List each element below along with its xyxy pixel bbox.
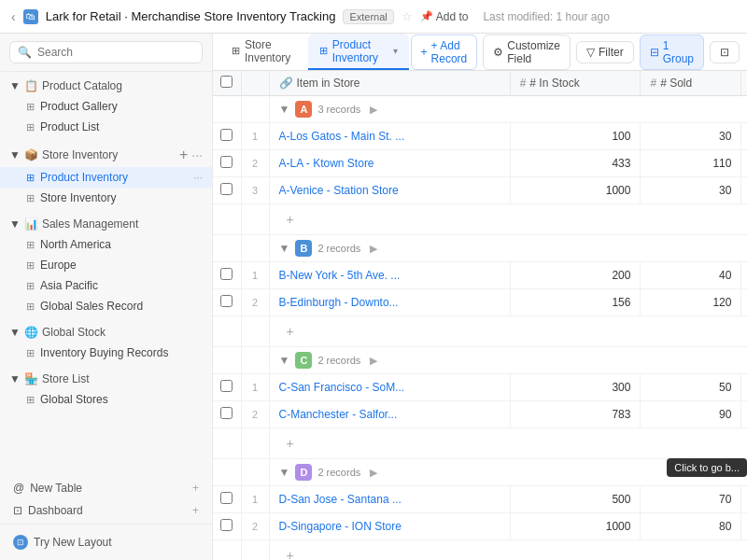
search-input[interactable] xyxy=(37,46,194,59)
tab-product-inventory[interactable]: ⊞ Product Inventory ▾ xyxy=(308,34,409,70)
sidebar-item-global-stores[interactable]: ⊞ Global Stores xyxy=(0,389,212,410)
row-checkbox-cell[interactable] xyxy=(213,513,241,540)
group-toggle[interactable]: ▼ xyxy=(279,242,290,255)
sidebar-item-store-inventory[interactable]: ⊞ Store Inventory xyxy=(0,188,212,208)
row-item-in-store[interactable]: A-Venice - Station Store xyxy=(269,177,510,204)
row-item-in-store[interactable]: D-Singapore - ION Store xyxy=(269,513,510,540)
sidebar-item-product-list[interactable]: ⊞ Product List xyxy=(0,117,212,137)
group-header-row: ▼ C 2 records ▶ xyxy=(213,347,747,374)
tab-store-inventory[interactable]: ⊞ Store Inventory xyxy=(220,34,306,70)
sidebar-group-sales-management[interactable]: ▼ 📊 Sales Management xyxy=(0,212,212,234)
group-button[interactable]: ⊟ 1 Group xyxy=(640,35,704,70)
filter-button[interactable]: ▽ Filter xyxy=(576,41,634,63)
sidebar-item-europe[interactable]: ⊞ Europe xyxy=(0,255,212,275)
row-checkbox[interactable] xyxy=(220,156,233,168)
group-toggle[interactable]: ▼ xyxy=(279,354,290,367)
sidebar-group-store-inventory[interactable]: ▼ 📦 Store Inventory + ··· xyxy=(0,141,212,167)
add-row-button[interactable]: + xyxy=(213,540,747,561)
row-in-stock: 300 xyxy=(510,374,641,401)
row-checkbox-cell[interactable] xyxy=(213,401,241,428)
add-row-icon[interactable]: + xyxy=(279,545,748,560)
dashboard-button[interactable]: ⊡ Dashboard + xyxy=(9,499,203,522)
row-item-in-store[interactable]: A-LA - Ktown Store xyxy=(269,150,510,177)
row-checkbox-cell[interactable] xyxy=(213,177,241,204)
sidebar-item-product-gallery[interactable]: ⊞ Product Gallery xyxy=(0,96,212,117)
back-icon[interactable]: ‹ xyxy=(11,9,16,24)
table-row[interactable]: 1 C-San Francisco - SoM... 300 50 250 C xyxy=(213,374,747,401)
sidebar-item-inventory-buying-records[interactable]: ⊞ Inventory Buying Records xyxy=(0,343,212,363)
row-item-in-store[interactable]: A-Los Gatos - Main St. ... xyxy=(269,123,510,150)
add-record-button[interactable]: + + Add Record xyxy=(411,35,478,70)
chevron-down-icon: ▼ xyxy=(9,372,21,385)
row-item-in-store[interactable]: C-Manchester - Salfor... xyxy=(269,401,510,428)
group-expand-icon[interactable]: ▶ xyxy=(370,243,377,255)
more-options-icon[interactable]: ··· xyxy=(191,147,203,162)
add-row-icon[interactable]: + xyxy=(279,433,748,454)
select-all-checkbox[interactable] xyxy=(220,76,233,88)
row-checkbox[interactable] xyxy=(220,492,233,504)
app-title: Lark for Retail · Merchandise Store Inve… xyxy=(46,9,336,23)
row-number: 1 xyxy=(241,123,269,150)
row-checkbox[interactable] xyxy=(220,407,233,419)
group-record-count: 2 records xyxy=(317,467,360,478)
sidebar-item-asia-pacific[interactable]: ⊞ Asia Pacific xyxy=(0,275,212,296)
table-row[interactable]: 3 A-Venice - Station Store 1000 30 970 A xyxy=(213,177,747,204)
row-checkbox[interactable] xyxy=(220,519,233,531)
row-item-in-store[interactable]: B-Edinburgh - Downto... xyxy=(269,289,510,316)
table-row[interactable]: 2 B-Edinburgh - Downto... 156 120 36 B xyxy=(213,289,747,316)
add-dashboard-icon[interactable]: + xyxy=(192,504,199,517)
add-to-group-button[interactable]: + xyxy=(179,147,188,163)
row-checkbox-cell[interactable] xyxy=(213,374,241,401)
group-header-row: ▼ B 2 records ▶ xyxy=(213,235,747,262)
sidebar-group-global-stock[interactable]: ▼ 🌐 Global Stock xyxy=(0,320,212,343)
group-toggle[interactable]: ▼ xyxy=(279,103,290,116)
table-row[interactable]: 2 D-Singapore - ION Store 1000 80 920 D xyxy=(213,513,747,540)
sidebar-group-product-catalog[interactable]: ▼ 📋 Product Catalog xyxy=(0,74,212,96)
add-table-icon[interactable]: + xyxy=(192,482,199,495)
checkbox-header[interactable] xyxy=(213,71,241,96)
table-row[interactable]: 1 B-New York - 5th Ave. ... 200 40 160 B xyxy=(213,262,747,289)
chevron-down-icon: ▼ xyxy=(9,326,21,339)
group-expand-icon[interactable]: ▶ xyxy=(370,355,377,367)
new-table-button[interactable]: @ New Table + xyxy=(9,477,203,499)
group-expand-icon[interactable]: ▶ xyxy=(370,104,377,116)
table-container: Click to go b... 🔗 Item in Store xyxy=(213,71,747,560)
layout-icon: ⊡ xyxy=(13,535,28,550)
add-row-button[interactable]: + xyxy=(213,204,747,235)
row-item-in-store[interactable]: C-San Francisco - SoM... xyxy=(269,374,510,401)
sidebar-item-north-america[interactable]: ⊞ North America xyxy=(0,234,212,255)
add-row-icon[interactable]: + xyxy=(279,209,748,230)
table-row[interactable]: 1 A-Los Gatos - Main St. ... 100 30 70 A xyxy=(213,123,747,150)
row-checkbox-cell[interactable] xyxy=(213,486,241,513)
row-checkbox-cell[interactable] xyxy=(213,262,241,289)
add-row-icon[interactable]: + xyxy=(279,321,748,342)
star-icon[interactable]: ☆ xyxy=(402,9,413,23)
row-item-in-store[interactable]: D-San Jose - Santana ... xyxy=(269,486,510,513)
row-checkbox[interactable] xyxy=(220,183,233,195)
sidebar-group-store-list[interactable]: ▼ 🏪 Store List xyxy=(0,367,212,389)
group-toggle[interactable]: ▼ xyxy=(279,466,290,479)
more-options-button[interactable]: ⊡ xyxy=(710,41,740,63)
group-label: 1 Group xyxy=(663,39,694,65)
row-checkbox[interactable] xyxy=(220,380,233,392)
row-checkbox[interactable] xyxy=(220,295,233,307)
row-checkbox-cell[interactable] xyxy=(213,123,241,150)
table-row[interactable]: 1 D-San Jose - Santana ... 500 70 430 D xyxy=(213,486,747,513)
add-row-button[interactable]: + xyxy=(213,316,747,347)
sidebar-item-product-inventory[interactable]: ⊞ Product Inventory ··· xyxy=(0,167,212,188)
add-row-button[interactable]: + xyxy=(213,428,747,459)
row-checkbox[interactable] xyxy=(220,129,233,141)
row-checkbox-cell[interactable] xyxy=(213,150,241,177)
table-row[interactable]: 2 C-Manchester - Salfor... 783 90 693 C xyxy=(213,401,747,428)
row-checkbox[interactable] xyxy=(220,268,233,280)
row-checkbox-cell[interactable] xyxy=(213,289,241,316)
sidebar-item-global-sales-record[interactable]: ⊞ Global Sales Record xyxy=(0,296,212,316)
add-to-button[interactable]: 📌 Add to xyxy=(420,10,469,23)
customize-field-button[interactable]: ⚙ Customize Field xyxy=(483,35,571,70)
main-layout: 🔍 ▼ 📋 Product Catalog ⊞ Product Gallery … xyxy=(0,34,747,560)
search-box[interactable]: 🔍 xyxy=(9,41,203,63)
group-expand-icon[interactable]: ▶ xyxy=(370,467,377,479)
table-row[interactable]: 2 A-LA - Ktown Store 433 110 323 A xyxy=(213,150,747,177)
try-new-layout-button[interactable]: ⊡ Try New Layout xyxy=(9,530,203,554)
row-item-in-store[interactable]: B-New York - 5th Ave. ... xyxy=(269,262,510,289)
